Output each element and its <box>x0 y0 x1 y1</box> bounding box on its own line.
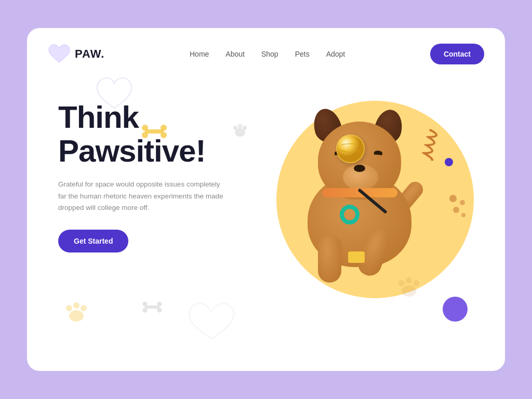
dog-nose <box>354 165 365 172</box>
heart-outline-svg <box>188 301 235 343</box>
logo-heart-icon <box>48 43 71 65</box>
svg-point-25 <box>73 302 79 309</box>
dog-illustration <box>266 75 484 309</box>
svg-point-24 <box>66 305 72 311</box>
nav-adopt[interactable]: Adopt <box>326 50 345 58</box>
ball-decoration <box>336 135 365 163</box>
svg-point-16 <box>406 277 412 284</box>
hero-content: Think Pawsitive! Grateful for space woul… <box>58 101 266 252</box>
cluster-dots-decoration <box>449 194 468 222</box>
main-card: PAW. Home About Shop Pets Adopt Contact … <box>27 28 505 371</box>
svg-rect-22 <box>145 305 159 309</box>
svg-point-12 <box>453 207 459 213</box>
svg-point-10 <box>449 195 457 202</box>
hero-description: Grateful for space would opposite issues… <box>58 179 224 215</box>
block-decoration <box>348 251 365 263</box>
ring-decoration <box>340 205 360 224</box>
nav-shop[interactable]: Shop <box>261 50 278 58</box>
nav-about[interactable]: About <box>225 50 245 58</box>
nav-links: Home About Shop Pets Adopt <box>190 50 345 58</box>
ball-svg <box>336 135 365 163</box>
svg-point-17 <box>413 280 419 286</box>
bone-decoration-bottom <box>142 301 162 315</box>
paw-decoration-yellow <box>393 270 424 303</box>
dog-eye-right <box>374 150 383 155</box>
svg-point-23 <box>69 310 84 322</box>
svg-point-11 <box>460 200 465 205</box>
paw-decoration-bottom-left <box>61 295 92 328</box>
svg-point-13 <box>461 213 466 217</box>
cluster-svg <box>449 194 468 220</box>
svg-point-15 <box>398 280 405 286</box>
navbar: PAW. Home About Shop Pets Adopt Contact <box>27 28 505 65</box>
svg-point-26 <box>81 305 87 311</box>
hero-title-line2: Pawsitive! <box>58 134 205 168</box>
hero-title: Think Pawsitive! <box>58 101 266 168</box>
nav-pets[interactable]: Pets <box>295 50 310 58</box>
hero-title-line1: Think <box>58 100 139 135</box>
contact-button[interactable]: Contact <box>430 44 484 64</box>
svg-point-9 <box>337 135 364 162</box>
heart-decoration-bottom <box>188 301 235 345</box>
blue-dot-top <box>445 158 453 166</box>
nav-home[interactable]: Home <box>190 50 209 58</box>
purple-circle-bottom-right <box>443 297 468 322</box>
svg-point-14 <box>402 285 416 297</box>
get-started-button[interactable]: Get Started <box>58 230 128 252</box>
logo-area: PAW. <box>48 43 104 65</box>
dog-leg-front-left <box>318 236 341 283</box>
logo-text: PAW. <box>75 47 104 61</box>
